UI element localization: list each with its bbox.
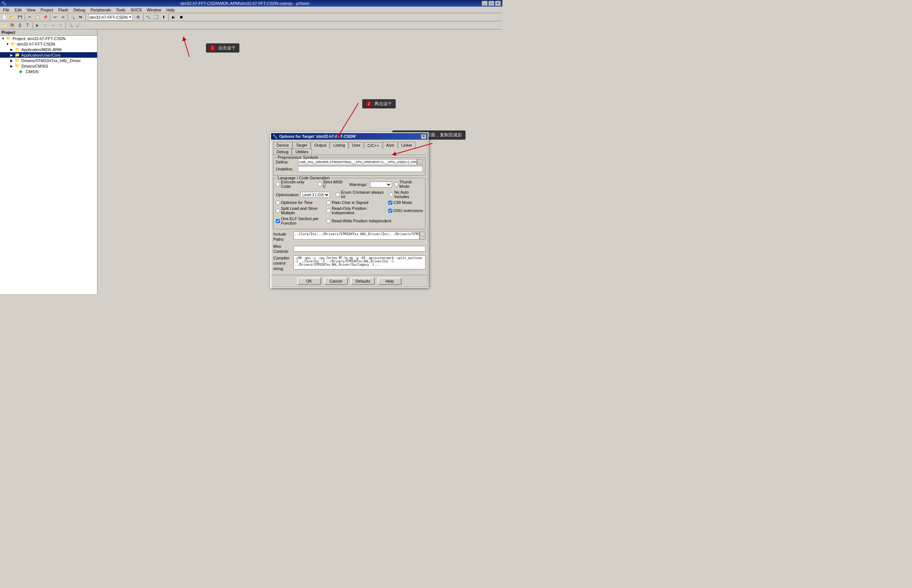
controls-label: Controls	[273, 249, 293, 254]
find-button[interactable]: 🔍	[69, 14, 76, 21]
target-selector[interactable]: stm32-h7-FFT-CSDN ▼	[88, 14, 133, 21]
menu-help[interactable]: Help	[164, 7, 177, 13]
include-paths-browse[interactable]: …	[420, 231, 426, 240]
menu-peripherals[interactable]: Peripherals	[88, 7, 113, 13]
include-paths-value: ../Core/Inc;../Drivers/STM32H7xx_HAL_Dri…	[295, 232, 420, 236]
read-only-pi-checkbox[interactable]	[327, 209, 330, 213]
zoom-out-button[interactable]: 🔎	[75, 22, 82, 29]
enum-container-checkbox[interactable]	[336, 192, 340, 197]
cancel-button[interactable]: Cancel	[324, 278, 348, 285]
menu-project[interactable]: Project	[38, 7, 55, 13]
drivers-hal-expand: ▶	[10, 59, 15, 63]
content-area: 1 点击这个 2 再点这个 3 一定粘贴到后面，复制完成后	[97, 29, 502, 294]
stop-debug-button[interactable]: ⏹	[178, 14, 185, 21]
run-button[interactable]: ▶	[34, 22, 41, 29]
read-write-pi-label: Read-Write Position Independent	[332, 219, 391, 223]
undo-button[interactable]: ↩	[52, 14, 59, 21]
optimize-time-checkbox[interactable]	[276, 201, 280, 205]
build-button[interactable]: 🔨	[144, 14, 152, 21]
compiler-label-2: control	[273, 260, 293, 266]
thumb-mode-checkbox[interactable]	[394, 182, 398, 186]
tree-app-user[interactable]: ▶ 📁 Application/User/Core	[0, 52, 97, 58]
functions-button[interactable]: {}	[16, 22, 24, 29]
tab-device[interactable]: Device	[273, 142, 292, 149]
download-button[interactable]: ⬇	[160, 14, 167, 21]
tab-output[interactable]: Output	[311, 142, 329, 149]
cut-button[interactable]: ✂	[26, 14, 34, 21]
read-write-pi-checkbox[interactable]	[327, 219, 330, 223]
menu-flash[interactable]: Flash	[56, 7, 71, 13]
strict-ansi-checkbox[interactable]	[318, 182, 322, 186]
plain-char-checkbox[interactable]	[327, 201, 330, 205]
one-elf-checkbox[interactable]	[276, 219, 280, 223]
misc-controls-input[interactable]	[293, 246, 426, 252]
arrow-3	[392, 140, 436, 162]
undefine-input[interactable]	[298, 166, 423, 172]
maximize-button[interactable]: □	[488, 1, 494, 6]
folder-icon-4: 📁	[15, 64, 21, 68]
paste-button[interactable]: 📌	[42, 14, 49, 21]
defaults-button[interactable]: Defaults	[351, 278, 375, 285]
tree-app-mdk[interactable]: ▶ 📁 Application/MDK-ARM	[0, 47, 97, 52]
minimize-button[interactable]: _	[482, 1, 488, 6]
tree-drivers-cmsis[interactable]: ▶ 📁 Drivers/CMSIS	[0, 63, 97, 69]
window-controls: _ □ ✕	[482, 1, 501, 6]
menu-file[interactable]: File	[1, 7, 12, 13]
debug-button[interactable]: ▶	[170, 14, 177, 21]
books-button[interactable]: 📚	[8, 22, 16, 29]
zoom-in-button[interactable]: 🔍	[67, 22, 74, 29]
new-file-button[interactable]: 📄	[1, 14, 8, 21]
menu-tools[interactable]: Tools	[114, 7, 128, 13]
c99-mode-checkbox[interactable]	[388, 201, 392, 205]
expand-icon: ▼	[2, 37, 6, 40]
open-file-button[interactable]: 📂	[8, 14, 16, 21]
include-paths-input[interactable]: ../Core/Inc;../Drivers/STM32H7xx_HAL_Dri…	[293, 231, 420, 240]
tree-root[interactable]: ▼ 📁 Project: stm32-h7-FFT-CSDN	[0, 36, 97, 41]
close-window-button[interactable]: ✕	[495, 1, 501, 6]
warnings-select[interactable]	[370, 181, 392, 187]
tree-drivers-hal[interactable]: ▶ 📁 Drivers/STM32H7xx_HAL_Driver	[0, 58, 97, 63]
help-button[interactable]: Help	[377, 278, 402, 285]
no-auto-includes-checkbox[interactable]	[389, 192, 393, 197]
compiler-string-input[interactable]: -c99 -gnu -c -cpu Cortex-M7.fp.dp -g -O3…	[293, 255, 426, 270]
tab-target[interactable]: Target	[293, 142, 311, 149]
toolbar-secondary: 📁 📚 {} T ▶ ↓ → ↑ 🔍 🔎	[0, 21, 502, 29]
rebuild-button[interactable]: 🔄	[152, 14, 160, 21]
tree-cmsis[interactable]: ◆ CMSIS	[0, 69, 97, 74]
menu-svcs[interactable]: SVCS	[128, 7, 144, 13]
options-target-button[interactable]: ⚙	[134, 14, 142, 21]
copy-button[interactable]: 📋	[34, 14, 41, 21]
project-window-button[interactable]: 📁	[1, 22, 8, 29]
save-button[interactable]: 💾	[16, 14, 24, 21]
optimize-time-row: Optimize for Time	[276, 200, 324, 205]
menu-debug[interactable]: Debug	[71, 7, 87, 13]
title-bar: 🔧 stm32-h7-FFT-CSDN\MDK-ARM\stm32-h7-FFT…	[0, 0, 502, 6]
ok-button[interactable]: OK	[297, 278, 321, 285]
step-over-button[interactable]: →	[49, 22, 57, 29]
replace-button[interactable]: ⇆	[77, 14, 84, 21]
separator-6	[168, 14, 169, 21]
templates-button[interactable]: T	[24, 22, 31, 29]
redo-button[interactable]: ↪	[59, 14, 66, 21]
tree-target[interactable]: ▼ 📁 stm32-h7-FFT-CSDN	[0, 41, 97, 47]
tab-debug[interactable]: Debug	[273, 149, 292, 155]
one-elf-label: One ELF Section per Function	[281, 216, 324, 225]
tab-utilities[interactable]: Utilities	[292, 149, 311, 155]
target-dropdown-icon[interactable]: ▼	[129, 15, 132, 19]
step-into-button[interactable]: ↓	[42, 22, 49, 29]
folder-icon-3: 📁	[15, 58, 21, 63]
target-name: stm32-h7-FFT-CSDN	[89, 15, 128, 19]
step-out-button[interactable]: ↑	[57, 22, 64, 29]
menu-window[interactable]: Window	[144, 7, 163, 13]
menu-edit[interactable]: Edit	[13, 7, 24, 13]
split-load-checkbox[interactable]	[276, 209, 280, 213]
window-title: stm32-h7-FFT-CSDN\MDK-ARM\stm32-h7-FFT-C…	[8, 1, 482, 5]
menu-view[interactable]: View	[24, 7, 38, 13]
compiler-string-wrapper: -c99 -gnu -c -cpu Cortex-M7.fp.dp -g -O3…	[293, 255, 426, 270]
plain-char-row: Plain Char is Signed	[327, 200, 386, 205]
dialog-close-button[interactable]: ✕	[421, 134, 426, 139]
optimization-select[interactable]: Level 3 (-O3)	[300, 192, 330, 198]
misc-label-group: Misc Controls	[273, 244, 293, 254]
execute-only-checkbox[interactable]	[276, 182, 280, 186]
gnu-extensions-checkbox[interactable]	[388, 209, 392, 213]
